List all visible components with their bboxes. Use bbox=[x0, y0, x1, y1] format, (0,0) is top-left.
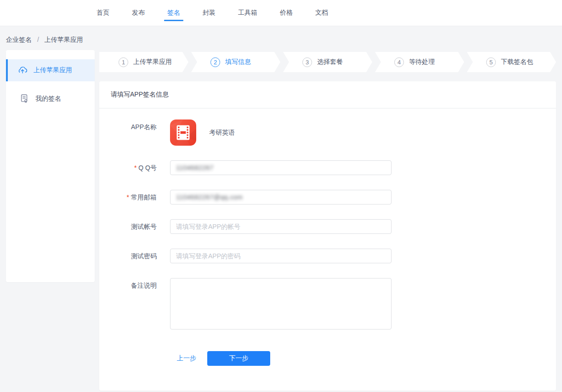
step-number: 5 bbox=[486, 57, 496, 67]
step-label: 填写信息 bbox=[225, 58, 251, 66]
sidebar-item-label: 我的签名 bbox=[35, 95, 61, 103]
required-asterisk: * bbox=[134, 164, 136, 171]
cloud-upload-icon bbox=[17, 65, 28, 76]
qq-row: *Q Q号 1104682267 bbox=[99, 160, 556, 175]
step-label: 选择套餐 bbox=[317, 58, 343, 66]
step-2-fill-info: 2 填写信息 bbox=[191, 52, 280, 72]
test-password-input[interactable] bbox=[170, 249, 392, 263]
wizard-stepper: 1 上传苹果应用 2 填写信息 3 选择套餐 4 等待处理 5 下载签名包 bbox=[99, 52, 556, 72]
step-4-wait-processing: 4 等待处理 bbox=[375, 52, 464, 72]
email-row: *常用邮箱 1104682267@qq.com bbox=[99, 190, 556, 205]
app-name-row: APP名称 bbox=[99, 119, 556, 146]
nav-item-toolbox[interactable]: 工具箱 bbox=[238, 0, 257, 26]
step-number: 1 bbox=[119, 57, 128, 67]
remark-row: 备注说明 bbox=[99, 278, 556, 331]
qq-blurred-value: 1104682267 bbox=[176, 164, 214, 171]
nav-item-sign[interactable]: 签名 bbox=[167, 0, 180, 26]
nav-item-home[interactable]: 首页 bbox=[97, 0, 109, 26]
next-step-button[interactable]: 下一步 bbox=[207, 351, 270, 366]
test-account-label: 测试帐号 bbox=[99, 219, 157, 234]
breadcrumb-separator: / bbox=[37, 36, 39, 43]
step-label: 下载签名包 bbox=[501, 58, 533, 66]
panel-title: 请填写APP签名信息 bbox=[99, 81, 556, 108]
form-actions: 上一步 下一步 bbox=[99, 351, 556, 366]
nav-item-price[interactable]: 价格 bbox=[280, 0, 293, 26]
main-content: 1 上传苹果应用 2 填写信息 3 选择套餐 4 等待处理 5 下载签名包 请填… bbox=[99, 50, 556, 391]
app-name-label: APP名称 bbox=[99, 119, 157, 134]
nav-item-publish[interactable]: 发布 bbox=[132, 0, 145, 26]
test-account-input[interactable] bbox=[170, 219, 392, 234]
step-label: 上传苹果应用 bbox=[133, 58, 172, 66]
sidebar: 上传苹果应用 我的签名 bbox=[6, 50, 95, 282]
nav-item-docs[interactable]: 文档 bbox=[315, 0, 328, 26]
step-number: 4 bbox=[394, 57, 404, 67]
remark-label: 备注说明 bbox=[99, 278, 157, 290]
sidebar-item-label: 上传苹果应用 bbox=[34, 66, 72, 74]
test-account-row: 测试帐号 bbox=[99, 219, 556, 234]
form-panel: 请填写APP签名信息 APP名称 bbox=[99, 81, 556, 391]
step-number: 3 bbox=[302, 57, 312, 67]
test-password-label: 测试密码 bbox=[99, 249, 157, 263]
nav-item-package[interactable]: 封装 bbox=[203, 0, 216, 26]
step-5-download-package: 5 下载签名包 bbox=[467, 52, 556, 72]
sidebar-item-my-signatures[interactable]: 我的签名 bbox=[6, 88, 95, 110]
signature-info-form: APP名称 bbox=[99, 108, 556, 366]
email-input[interactable]: 1104682267@qq.com bbox=[170, 190, 392, 205]
breadcrumb: 企业签名 / 上传苹果应用 bbox=[0, 26, 562, 50]
signature-doc-icon bbox=[19, 93, 29, 105]
email-label: *常用邮箱 bbox=[99, 190, 157, 205]
test-password-row: 测试密码 bbox=[99, 249, 556, 263]
breadcrumb-parent[interactable]: 企业签名 bbox=[6, 36, 32, 43]
remark-textarea[interactable] bbox=[170, 278, 392, 330]
film-app-icon bbox=[170, 119, 196, 146]
step-label: 等待处理 bbox=[409, 58, 435, 66]
step-1-upload-app: 1 上传苹果应用 bbox=[99, 52, 188, 72]
previous-step-button[interactable]: 上一步 bbox=[177, 354, 196, 363]
sidebar-item-upload-ios-app[interactable]: 上传苹果应用 bbox=[6, 59, 95, 81]
qq-input[interactable]: 1104682267 bbox=[170, 160, 392, 175]
step-3-choose-plan: 3 选择套餐 bbox=[283, 52, 372, 72]
app-name-value: 考研英语 bbox=[209, 129, 235, 137]
top-navigation: 首页 发布 签名 封装 工具箱 价格 文档 bbox=[0, 0, 562, 26]
required-asterisk: * bbox=[127, 193, 129, 201]
qq-label: *Q Q号 bbox=[99, 160, 157, 175]
email-blurred-value: 1104682267@qq.com bbox=[176, 193, 243, 201]
breadcrumb-current: 上传苹果应用 bbox=[45, 36, 83, 43]
step-number: 2 bbox=[210, 57, 220, 67]
